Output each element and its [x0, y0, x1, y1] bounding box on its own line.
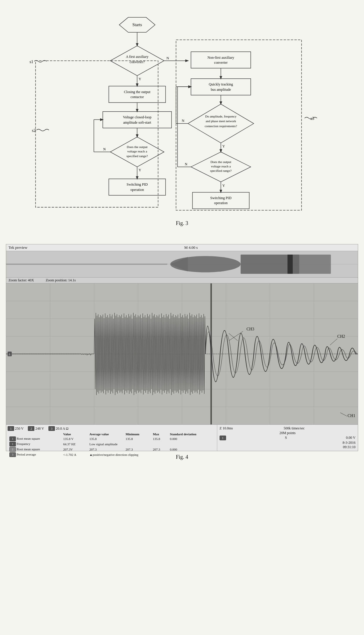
svg-text:specified range?: specified range?	[127, 154, 148, 158]
s1-label: s1	[30, 59, 33, 64]
stat-row-4: 3 Period average <-1.702 A ▲positive/neg…	[8, 452, 215, 457]
osc-time: 09:31:10	[220, 445, 355, 449]
svg-text:bus amplitude: bus amplitude	[211, 88, 231, 92]
osc-placeholder	[355, 245, 355, 250]
ch3-indicator: 3 20.0 A Ω	[48, 426, 68, 431]
osc-ch-indicator: S	[285, 436, 287, 440]
svg-text:Y: Y	[222, 144, 225, 148]
ch2-label-svg: CH2	[337, 334, 345, 339]
ch3-voltage: 20.0 A Ω	[56, 426, 68, 431]
osc-ch-row: 1 S 0.00 V	[220, 436, 355, 440]
osc-overview	[6, 251, 358, 278]
svg-text:Switching PID: Switching PID	[127, 182, 148, 187]
svg-text:operation: operation	[214, 201, 227, 205]
non-first-node	[191, 52, 251, 68]
s2-label: s2	[32, 128, 36, 133]
osc-sample-rate: 500k times/sec	[284, 426, 305, 431]
starts-label: Starts	[132, 22, 142, 27]
osc-date: 8-3-2016	[220, 441, 355, 445]
osc-zero-val: 0.00 V	[346, 436, 355, 440]
osc-time-div: Z 10.0ms	[220, 426, 233, 431]
stat-row-1: 1 Root mean square 135.8 V 135.8 135.8 1…	[8, 436, 215, 441]
svg-text:Y: Y	[139, 168, 141, 172]
svg-text:⊥: ⊥	[8, 352, 11, 356]
svg-text:Quickly tracking: Quickly tracking	[209, 82, 233, 86]
svg-text:amplitude soft-start: amplitude soft-start	[123, 120, 151, 125]
osc-bottom-left: 1 250 V 2 248 V 3 20.0 A Ω	[6, 425, 217, 451]
switching-pid1-node	[109, 179, 166, 195]
svg-text:converter?: converter?	[130, 60, 145, 64]
svg-text:Closing the output: Closing the output	[124, 90, 151, 94]
osc-stats-table: Value Average value Minimum Max Standard…	[8, 432, 215, 457]
zoom-factor: Zoom factor: 40X	[9, 278, 34, 283]
oscilloscope: Tek preview M 4.00 s	[6, 244, 358, 451]
svg-text:N: N	[185, 162, 187, 166]
svg-text:voltage reach a: voltage reach a	[127, 149, 147, 153]
osc-title-bar: Tek preview M 4.00 s	[6, 244, 358, 251]
osc-ch-indicators: 1 250 V 2 248 V 3 20.0 A Ω	[8, 426, 215, 431]
quickly-tracking-node	[191, 79, 251, 95]
zoom-position: Zoom position: 14.1s	[46, 278, 76, 283]
osc-timestamp: 8-3-2016 09:31:10	[220, 441, 355, 449]
svg-text:converter: converter	[214, 61, 227, 65]
svg-text:and phase meet network: and phase meet network	[206, 119, 236, 123]
svg-text:A first auxiliary: A first auxiliary	[126, 55, 149, 59]
ch3-label-svg: CH3	[247, 327, 254, 331]
osc-bottom-bar: 1 250 V 2 248 V 3 20.0 A Ω	[6, 424, 358, 451]
svg-text:operation: operation	[130, 188, 144, 192]
svg-text:connection requirements?: connection requirements?	[205, 124, 237, 128]
svg-text:N: N	[103, 147, 106, 151]
osc-bottom-right: Z 10.0ms 500k times/sec 20M points 1 S 0…	[217, 425, 358, 451]
svg-text:Voltage closed-loop: Voltage closed-loop	[123, 115, 151, 119]
stat-row-2: 1 Frequency 64.37 HZ Low signal amplitud…	[8, 441, 215, 447]
svg-text:Do amplitude, frequency: Do amplitude, frequency	[205, 115, 237, 118]
svg-rect-59	[293, 255, 331, 274]
ch2-indicator: 2 248 V	[28, 426, 44, 431]
stat-row-3: 2 Root mean square 207.3V 207.3 207.3 20…	[8, 447, 215, 452]
svg-rect-54	[6, 264, 167, 265]
svg-text:Non-first auxiliary: Non-first auxiliary	[208, 56, 235, 60]
osc-points-val: 20M points	[279, 431, 296, 435]
osc-zoom-bar: Zoom factor: 40X Zoom position: 14.1s	[6, 278, 358, 283]
fig3-section: Starts A first auxiliary converter? N Y …	[0, 0, 364, 241]
svg-text:Does the output: Does the output	[127, 145, 148, 149]
ch2-voltage: 248 V	[35, 426, 44, 431]
svg-text:Y: Y	[222, 184, 225, 188]
osc-title: Tek preview	[9, 245, 27, 250]
fig4-section: Tek preview M 4.00 s	[0, 241, 364, 466]
amplitude-freq-diamond	[188, 104, 254, 143]
svg-text:N: N	[182, 119, 184, 123]
ch1-indicator: 1 250 V	[8, 426, 23, 431]
osc-time-marker: M 4.00 s	[184, 245, 198, 250]
osc-time-row: Z 10.0ms 500k times/sec	[220, 426, 355, 431]
svg-rect-58	[287, 255, 293, 274]
svg-rect-1	[176, 40, 302, 210]
svg-text:Switching PID: Switching PID	[210, 196, 231, 200]
ch1-voltage: 250 V	[15, 426, 23, 431]
flowchart-svg: Starts A first auxiliary converter? N Y …	[18, 12, 346, 217]
svg-text:Y: Y	[139, 77, 141, 81]
osc-main-svg: // We'll draw them via path data	[6, 283, 358, 424]
svg-text:specified range?: specified range?	[210, 169, 232, 172]
svg-text:N: N	[166, 56, 169, 60]
voltage-softstart-node	[103, 112, 171, 128]
closing-output-node	[109, 86, 166, 103]
svg-text:voltage reach a: voltage reach a	[211, 164, 231, 168]
switching-pid2-node	[193, 192, 249, 209]
flowchart-container: Starts A first auxiliary converter? N Y …	[18, 12, 346, 217]
ch1-label-svg: CH1	[348, 414, 355, 418]
osc-main: // We'll draw them via path data	[6, 283, 358, 424]
osc-points-row: 20M points	[220, 431, 355, 435]
osc-overview-svg	[6, 251, 358, 277]
svg-text:contactor: contactor	[131, 95, 144, 99]
fig3-label: Fig. 3	[18, 220, 346, 226]
svg-text:Does the output: Does the output	[210, 160, 232, 164]
